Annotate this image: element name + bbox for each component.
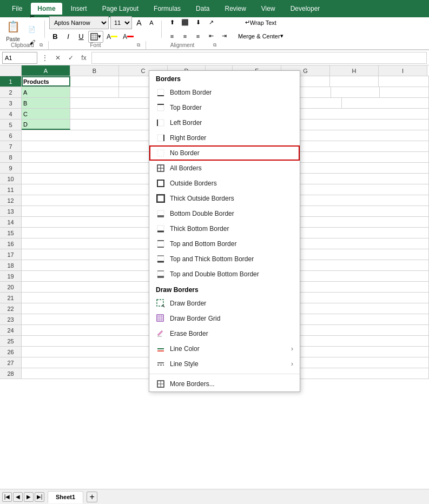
align-center-button[interactable]: ≡	[179, 30, 191, 42]
menu-file[interactable]: File	[5, 3, 29, 15]
cell-i2[interactable]	[380, 87, 430, 97]
cell-a4[interactable]: C	[22, 109, 70, 119]
dropdown-section-borders-title: Borders	[149, 71, 300, 85]
dropdown-item-draw-border-grid[interactable]: Draw Border Grid	[149, 311, 300, 326]
corner-cell[interactable]	[0, 65, 22, 76]
outside-borders-label: Outside Borders	[170, 180, 217, 187]
cell-i3[interactable]	[342, 98, 429, 108]
cell-b2[interactable]	[70, 87, 119, 97]
row-num-6: 6	[0, 130, 22, 141]
merge-center-button[interactable]: Merge & Center ▾	[234, 30, 287, 42]
dropdown-item-bottom-double-border[interactable]: Bottom Double Border	[149, 206, 300, 221]
menu-insert[interactable]: Insert	[64, 3, 94, 15]
menu-review[interactable]: Review	[218, 3, 252, 15]
sheet-tab-sheet1[interactable]: Sheet1	[48, 491, 83, 503]
sheet-nav-last[interactable]: ▶|	[35, 492, 44, 502]
dropdown-item-thick-bottom-border[interactable]: Thick Bottom Border	[149, 221, 300, 236]
dropdown-item-top-border[interactable]: Top Border	[149, 100, 300, 115]
cell-b3[interactable]	[70, 98, 157, 108]
name-manager-button[interactable]: ⋮	[39, 52, 50, 63]
add-sheet-button[interactable]: +	[87, 492, 97, 502]
menu-tabs: File Home Insert Page Layout Formulas Da…	[5, 3, 326, 15]
formula-input[interactable]	[91, 52, 427, 64]
col-header-h[interactable]: H	[330, 65, 379, 76]
dropdown-item-left-border[interactable]: Left Border	[149, 115, 300, 130]
row-num-5: 5	[0, 120, 22, 130]
cell-a3[interactable]: B	[22, 98, 70, 108]
svg-rect-13	[157, 150, 164, 156]
menu-developer[interactable]: Developer	[284, 3, 327, 15]
dropdown-item-top-double-bottom-border[interactable]: Top and Double Bottom Border	[149, 267, 300, 282]
text-angle-button[interactable]: ↗	[205, 17, 217, 29]
align-middle-button[interactable]: ⬛	[179, 17, 191, 29]
title-bar: File Home Insert Page Layout Formulas Da…	[0, 0, 429, 17]
align-bottom-button[interactable]: ⬇	[192, 17, 204, 29]
cell-h2[interactable]	[331, 87, 380, 97]
dropdown-item-all-borders[interactable]: All Borders	[149, 161, 300, 176]
dropdown-item-draw-border[interactable]: Draw Border	[149, 296, 300, 311]
ribbon-row1: 📋 Paste ✂ 📄 🖌 Aptos Narrow 11 A	[0, 17, 429, 41]
paste-button[interactable]: 📋	[4, 17, 22, 36]
svg-rect-24	[157, 241, 164, 247]
col-header-i[interactable]: I	[379, 65, 427, 76]
row-num-20: 20	[0, 282, 22, 292]
dropdown-item-more-borders[interactable]: More Borders...	[149, 376, 300, 392]
font-group: Aptos Narrow 11 A A B I U	[49, 16, 157, 43]
dropdown-section-draw-title: Draw Borders	[149, 282, 300, 296]
cell-a2[interactable]: A	[22, 87, 70, 97]
bottom-double-border-label: Bottom Double Border	[170, 210, 234, 217]
dropdown-item-bottom-border[interactable]: Bottom Border	[149, 85, 300, 100]
cell-i1[interactable]	[379, 76, 429, 87]
sheet-nav-next[interactable]: ▶	[24, 492, 34, 502]
align-left-button[interactable]: ≡	[166, 30, 178, 42]
cancel-formula-button[interactable]: ✕	[52, 52, 63, 63]
sheet-nav-first[interactable]: |◀	[2, 492, 12, 502]
right-border-icon	[156, 133, 166, 143]
insert-function-button[interactable]: fx	[78, 52, 89, 63]
font-name-select[interactable]: Aptos Narrow	[49, 16, 109, 29]
cut-button[interactable]: ✂	[26, 10, 38, 22]
clipboard-section-label: Clipboard ⧉	[0, 41, 49, 49]
align-top-button[interactable]: ⬆	[166, 17, 178, 29]
dropdown-item-line-style[interactable]: Line Style ›	[149, 356, 300, 372]
dropdown-item-erase-border[interactable]: Erase Border	[149, 326, 300, 341]
font-grow-button[interactable]: A	[134, 17, 144, 28]
font-section-label: Font ⧉	[49, 41, 146, 49]
cell-h1[interactable]	[330, 76, 379, 87]
dropdown-item-thick-outside-borders[interactable]: Thick Outside Borders	[149, 191, 300, 206]
menu-view[interactable]: View	[255, 3, 282, 15]
wrap-merge-group: ↵ Wrap Text Merge & Center ▾	[234, 17, 287, 42]
copy-button[interactable]: 📄	[26, 23, 38, 35]
cell-a5[interactable]: D	[22, 120, 70, 130]
cell-b1[interactable]	[70, 76, 119, 87]
increase-indent-button[interactable]: ⇥	[218, 30, 230, 42]
line-style-label: Line Style	[170, 360, 199, 368]
align-right-button[interactable]: ≡	[192, 30, 204, 42]
dropdown-divider	[149, 374, 300, 374]
dropdown-item-line-color[interactable]: Line Color ›	[149, 341, 300, 356]
dropdown-item-top-bottom-border[interactable]: Top and Bottom Border	[149, 236, 300, 251]
dropdown-item-top-thick-bottom-border[interactable]: Top and Thick Bottom Border	[149, 251, 300, 267]
col-header-a[interactable]: A	[22, 65, 70, 76]
row-num-23: 23	[0, 314, 22, 324]
menu-data[interactable]: Data	[189, 3, 216, 15]
sheet-nav-prev[interactable]: ◀	[13, 492, 23, 502]
font-shrink-button[interactable]: A	[146, 17, 157, 28]
decrease-indent-button[interactable]: ⇤	[205, 30, 217, 42]
menu-formulas[interactable]: Formulas	[147, 3, 187, 15]
thick-bottom-border-icon	[156, 224, 166, 234]
dropdown-item-outside-borders[interactable]: Outside Borders	[149, 176, 300, 191]
col-header-b[interactable]: B	[70, 65, 119, 76]
font-name-row: Aptos Narrow 11 A A	[49, 16, 157, 29]
row-num-22: 22	[0, 303, 22, 314]
dropdown-item-no-border[interactable]: No Border	[149, 145, 300, 161]
enter-formula-button[interactable]: ✓	[65, 52, 76, 63]
font-size-select[interactable]: 11	[110, 16, 132, 29]
menu-page-layout[interactable]: Page Layout	[96, 3, 145, 15]
bottom-border-label: Bottom Border	[170, 89, 212, 96]
cell-a1[interactable]: Products	[22, 76, 70, 87]
wrap-text-button[interactable]: ↵ Wrap Text	[234, 17, 287, 29]
dropdown-item-right-border[interactable]: Right Border	[149, 130, 300, 145]
cell-h3[interactable]	[293, 98, 342, 108]
no-border-icon	[156, 148, 166, 158]
